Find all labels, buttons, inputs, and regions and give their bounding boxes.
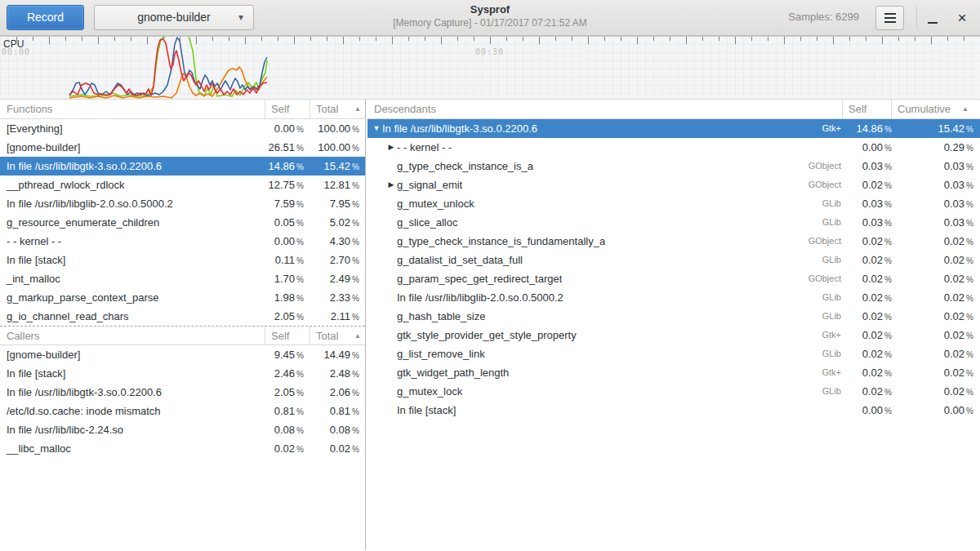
table-row[interactable]: _int_malloc1.70%2.49% (0, 269, 365, 288)
sort-ascending-icon: ▲ (354, 100, 361, 118)
ruler-tick (114, 37, 115, 41)
table-row[interactable]: __pthread_rwlock_rdlock12.75%12.81% (0, 176, 365, 194)
percent-value: 0.29% (898, 138, 979, 157)
tree-row[interactable]: In file [stack]0.00%0.00% (368, 401, 980, 420)
function-name: g_mutex_unlock (397, 194, 474, 213)
percent-value: 2.49% (310, 269, 365, 288)
hamburger-icon (884, 13, 896, 15)
tree-row[interactable]: gtk_style_provider_get_style_propertyGtk… (368, 326, 980, 344)
column-header-total[interactable]: Total▲ (310, 100, 365, 118)
function-name: - - kernel - - (397, 138, 452, 157)
window-title-block: Sysprof [Memory Capture] - 01/17/2017 07… (261, 3, 719, 29)
tree-row[interactable]: g_slice_allocGLib0.03%0.03% (368, 213, 980, 232)
callers-pane: Callers Self Total▲ [gnome-builder]9.45%… (0, 326, 365, 458)
tree-row[interactable]: g_param_spec_get_redirect_targetGObject0… (368, 269, 980, 288)
target-select-label: gnome-builder (137, 11, 211, 24)
tree-row[interactable]: g_mutex_unlockGLib0.03%0.03% (368, 194, 980, 213)
function-name: In file /usr/lib/libgtk-3.so.0.2200.6 (0, 157, 265, 176)
function-name: _int_malloc (0, 269, 265, 288)
table-row[interactable]: In file [stack]0.11%2.70% (0, 251, 365, 269)
record-button[interactable]: Record (7, 5, 84, 30)
percent-value: 0.02% (898, 307, 979, 326)
ruler-tick (817, 37, 817, 41)
table-row[interactable]: In file /usr/lib/libglib-2.0.so.0.5000.2… (0, 194, 365, 213)
tree-row[interactable]: g_list_remove_linkGLib0.02%0.02% (368, 344, 980, 363)
percent-value: 0.11% (265, 251, 310, 269)
cpu-graph[interactable]: CPU 00:00 00:30 (0, 36, 980, 100)
tree-row[interactable]: ▼In file /usr/lib/libgtk-3.so.0.2200.6Gt… (368, 119, 980, 138)
table-row[interactable]: g_io_channel_read_chars2.05%2.11% (0, 307, 365, 326)
table-row[interactable]: __libc_malloc0.02%0.02% (0, 439, 365, 458)
ruler-tick (653, 37, 654, 41)
ruler-tick (212, 37, 213, 41)
percent-value: 0.02% (849, 307, 898, 326)
tree-row[interactable]: g_type_check_instance_is_aGObject0.03%0.… (368, 157, 980, 176)
function-name: [gnome-builder] (0, 138, 265, 157)
function-name: g_list_remove_link (397, 344, 485, 363)
column-header-self[interactable]: Self (265, 327, 310, 344)
tree-name-cell: gtk_style_provider_get_style_propertyGtk… (368, 326, 849, 344)
ruler-tick (964, 37, 964, 41)
tree-row[interactable]: ▶g_signal_emitGObject0.02%0.03% (368, 176, 980, 194)
column-header-self[interactable]: Self (265, 100, 310, 118)
tree-row[interactable]: g_mutex_lockGLib0.02%0.02% (368, 382, 980, 401)
column-header-cumulative[interactable]: Cumulative▲ (891, 100, 973, 118)
ruler-tick (735, 37, 736, 44)
percent-value: 0.02% (898, 288, 979, 307)
expander-collapsed-icon[interactable]: ▶ (385, 176, 397, 194)
table-row[interactable]: g_markup_parse_context_parse1.98%2.33% (0, 288, 365, 307)
tree-row[interactable]: g_hash_table_sizeGLib0.02%0.02% (368, 307, 980, 326)
tree-row[interactable]: g_type_check_instance_is_fundamentally_a… (368, 232, 980, 251)
percent-value: 0.02% (849, 363, 898, 382)
tree-row[interactable]: ▶- - kernel - -0.00%0.29% (368, 138, 980, 157)
function-name: In file [stack] (397, 401, 456, 420)
column-header-total[interactable]: Total▲ (310, 327, 365, 344)
column-header-descendants[interactable]: Descendants (368, 100, 842, 118)
ruler-tick (245, 37, 246, 44)
chevron-down-icon: ▾ (238, 6, 243, 29)
percent-value: 0.00% (265, 119, 310, 138)
table-row[interactable]: /etc/ld.so.cache: inode mismatch0.81%0.8… (0, 402, 365, 420)
percent-value: 0.03% (898, 157, 979, 176)
target-select[interactable]: gnome-builder ▾ (94, 5, 254, 30)
expander-expanded-icon[interactable]: ▼ (371, 119, 382, 138)
percent-value: 100.00% (310, 138, 365, 157)
table-row[interactable]: In file /usr/lib/libgtk-3.so.0.2200.614.… (0, 157, 365, 176)
ruler-tick (343, 37, 344, 44)
table-row[interactable]: In file /usr/lib/libc-2.24.so0.08%0.08% (0, 420, 365, 439)
library-tag: GLib (822, 194, 849, 213)
function-name: gtk_widget_path_length (397, 363, 509, 382)
table-row[interactable]: [Everything]0.00%100.00% (0, 119, 365, 138)
library-tag: GObject (808, 232, 849, 251)
ruler-tick (604, 37, 605, 41)
expander-collapsed-icon[interactable]: ▶ (385, 138, 397, 157)
ruler-tick (490, 37, 491, 44)
table-row[interactable]: In file /usr/lib/libgtk-3.so.0.2200.62.0… (0, 383, 365, 402)
column-header-callers[interactable]: Callers (0, 327, 265, 344)
table-row[interactable]: [gnome-builder]26.51%100.00% (0, 138, 365, 157)
tree-name-cell: In file /usr/lib/libglib-2.0.so.0.5000.2… (368, 288, 849, 307)
ruler-tick (572, 37, 572, 41)
function-name: g_type_check_instance_is_fundamentally_a (397, 232, 605, 251)
table-row[interactable]: - - kernel - -0.00%4.30% (0, 232, 365, 251)
percent-value: 0.02% (310, 439, 365, 458)
percent-value: 0.02% (898, 251, 979, 269)
table-row[interactable]: In file [stack]2.46%2.48% (0, 364, 365, 383)
column-header-functions[interactable]: Functions (0, 100, 265, 118)
close-button[interactable]: × (951, 6, 973, 30)
ruler-tick (196, 37, 197, 44)
percent-value: 0.03% (898, 176, 979, 194)
tree-name-cell: g_datalist_id_set_data_fullGLib (368, 251, 849, 269)
table-row[interactable]: [gnome-builder]9.45%14.49% (0, 345, 365, 364)
ruler-tick (670, 37, 670, 41)
column-header-self[interactable]: Self (842, 100, 891, 118)
tree-row[interactable]: g_datalist_id_set_data_fullGLib0.02%0.02… (368, 251, 980, 269)
tree-row[interactable]: gtk_widget_path_lengthGtk+0.02%0.02% (368, 363, 980, 382)
ruler-tick (833, 37, 834, 44)
library-tag: Gtk+ (822, 363, 849, 382)
table-row[interactable]: g_resource_enumerate_children0.05%5.02% (0, 213, 365, 232)
menu-button[interactable] (875, 6, 904, 30)
minimize-button[interactable] (921, 6, 944, 30)
ruler-tick (702, 37, 703, 41)
tree-row[interactable]: In file /usr/lib/libglib-2.0.so.0.5000.2… (368, 288, 980, 307)
